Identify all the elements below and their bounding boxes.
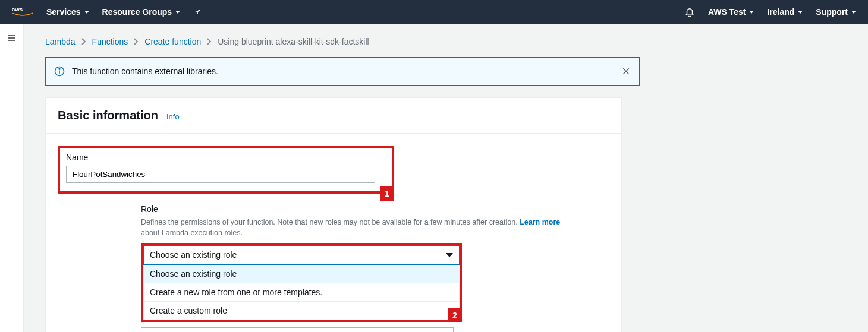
breadcrumb: Lambda Functions Create function Using b… [45,33,847,57]
pin-icon[interactable] [193,7,202,17]
aws-logo[interactable]: aws [12,0,33,24]
role-select-trigger[interactable]: Choose an existing role [143,245,460,265]
nav-services[interactable]: Services [46,7,89,17]
callout-badge-1: 1 [380,186,394,201]
nav-support-label: Support [816,7,848,17]
chevron-right-icon [134,38,139,45]
breadcrumb-create-function[interactable]: Create function [144,37,201,46]
breadcrumb-current: Using blueprint alexa-skill-kit-sdk-fact… [218,37,369,46]
nav-support[interactable]: Support [816,7,856,17]
nav-resource-groups-label: Resource Groups [102,7,172,17]
name-input[interactable] [66,166,375,183]
role-select-value: Choose an existing role [150,250,237,260]
caret-down-icon [175,11,180,14]
panel-body: Name 1 Role Defines the permissions of y… [46,134,621,332]
callout-badge-2: 2 [448,308,462,322]
policy-template-input[interactable] [141,327,454,332]
role-desc-post: about Lambda execution roles. [141,229,243,237]
role-option-template[interactable]: Create a new role from one or more templ… [143,283,460,302]
svg-point-6 [59,68,60,69]
chevron-right-icon [207,38,212,45]
role-section: Role Defines the permissions of your fun… [141,204,609,332]
top-nav-right: AWS Test Ireland Support [684,7,856,17]
aws-logo-icon: aws [12,5,33,18]
breadcrumb-lambda[interactable]: Lambda [45,37,76,46]
nav-region[interactable]: Ireland [767,7,803,17]
name-label: Name [66,153,386,162]
nav-resource-groups[interactable]: Resource Groups [102,7,180,17]
nav-services-label: Services [46,7,81,17]
svg-text:aws: aws [12,6,23,12]
top-nav-left: aws Services Resource Groups [12,0,202,24]
panel-info-link[interactable]: Info [166,112,180,121]
role-description: Defines the permissions of your function… [141,217,609,238]
basic-info-panel: Basic information Info Name 1 Role Defin… [45,97,622,332]
chevron-right-icon [81,38,86,45]
role-select-highlight: Choose an existing role Choose an existi… [141,243,462,322]
info-icon [54,66,65,77]
nav-account-label: AWS Test [708,7,746,17]
caret-down-icon [798,11,803,14]
panel-title: Basic information [58,109,158,122]
role-desc-pre: Defines the permissions of your function… [141,218,520,226]
triangle-down-icon [446,253,453,257]
notifications-icon[interactable] [684,7,695,17]
hamburger-menu-icon[interactable] [7,33,17,332]
caret-down-icon [749,11,754,14]
top-nav: aws Services Resource Groups AWS Test Ir… [0,0,868,24]
role-learn-more-link[interactable]: Learn more [520,218,560,226]
caret-down-icon [84,11,89,14]
info-banner-message: This function contains external librarie… [72,67,621,76]
nav-account[interactable]: AWS Test [708,7,754,17]
caret-down-icon [851,11,856,14]
name-field-highlight: Name 1 [58,146,394,194]
panel-header: Basic information Info [46,98,621,134]
info-banner: This function contains external librarie… [45,57,640,86]
main-area: Lambda Functions Create function Using b… [24,24,868,332]
close-banner-button[interactable] [621,67,631,76]
breadcrumb-functions[interactable]: Functions [92,37,128,46]
nav-region-label: Ireland [767,7,794,17]
role-option-custom[interactable]: Create a custom role [143,302,460,320]
role-label: Role [141,204,609,214]
side-strip [0,24,24,332]
policy-template-field [141,327,609,332]
role-option-existing[interactable]: Choose an existing role [143,265,460,283]
